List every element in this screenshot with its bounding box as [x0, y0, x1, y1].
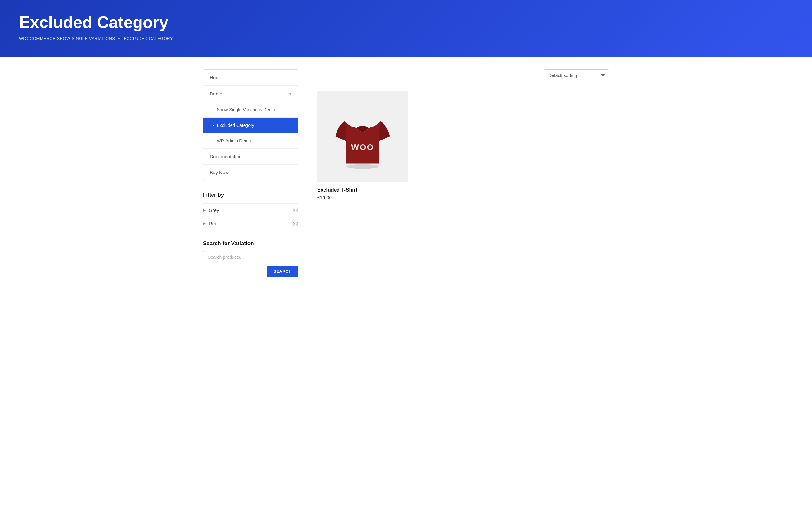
product-name: Excluded T-Shirt — [317, 187, 408, 193]
filter-section: Filter by ▶ Grey (6) ▶ Red (6) — [203, 192, 298, 230]
filter-arrow-red: ▶ — [203, 221, 205, 225]
filter-arrow-grey: ▶ — [203, 208, 205, 212]
main-container: Home Demo ▾ - Show Single Variations Dem… — [184, 57, 628, 296]
nav-item-demo-label: Demo — [210, 91, 222, 97]
search-section: Search for Variation SEARCH — [203, 240, 298, 277]
filter-label-red: Red — [209, 221, 218, 226]
filter-item-red[interactable]: ▶ Red (6) — [203, 217, 298, 230]
product-image-wrap: WOO — [317, 91, 408, 182]
svg-point-0 — [346, 164, 379, 169]
nav-item-documentation[interactable]: Documentation — [203, 149, 298, 165]
nav-item-home-label: Home — [210, 75, 222, 80]
nav-item-show-single-label: - Show Single Variations Demo — [213, 107, 275, 112]
filter-count-red: (6) — [293, 221, 298, 226]
filter-label-grey: Grey — [209, 207, 219, 213]
nav-item-wp-admin[interactable]: - WP-Admin Demo — [203, 133, 298, 149]
nav-item-excluded-label: - Excluded Category — [213, 123, 255, 128]
nav-item-wp-admin-label: - WP-Admin Demo — [213, 138, 251, 143]
search-input[interactable] — [203, 251, 298, 263]
chevron-down-icon: ▾ — [289, 91, 291, 97]
nav-menu: Home Demo ▾ - Show Single Variations Dem… — [203, 70, 298, 180]
breadcrumb-separator: » — [118, 36, 121, 41]
page-header: Excluded Category WOOCOMMERCE SHOW SINGL… — [0, 0, 812, 57]
toolbar: Default sorting Sort by popularity Sort … — [317, 70, 609, 82]
sidebar: Home Demo ▾ - Show Single Variations Dem… — [203, 70, 298, 283]
nav-item-excluded-category[interactable]: - Excluded Category — [203, 118, 298, 133]
filter-item-grey[interactable]: ▶ Grey (6) — [203, 203, 298, 217]
search-button[interactable]: SEARCH — [267, 266, 298, 277]
breadcrumb-link-home[interactable]: WOOCOMMERCE SHOW SINGLE VARIATIONS — [19, 36, 115, 41]
filter-title: Filter by — [203, 192, 298, 198]
sort-select[interactable]: Default sorting Sort by popularity Sort … — [543, 70, 609, 82]
search-title: Search for Variation — [203, 240, 298, 247]
svg-text:WOO: WOO — [351, 142, 374, 152]
nav-item-buy-now[interactable]: Buy Now — [203, 165, 298, 180]
nav-item-demo[interactable]: Demo ▾ — [203, 86, 298, 102]
nav-item-home[interactable]: Home — [203, 70, 298, 86]
nav-item-show-single[interactable]: - Show Single Variations Demo — [203, 102, 298, 118]
product-price: £10.00 — [317, 195, 408, 200]
product-grid: WOO Excluded T-Shirt £10.00 — [317, 91, 609, 200]
content-area: Default sorting Sort by popularity Sort … — [317, 70, 609, 283]
breadcrumb-current: EXCLUDED CATEGORY — [124, 36, 173, 41]
product-image: WOO — [327, 100, 399, 173]
product-card-excluded-tshirt[interactable]: WOO Excluded T-Shirt £10.00 — [317, 91, 408, 200]
nav-item-documentation-label: Documentation — [210, 154, 242, 159]
page-title: Excluded Category — [19, 13, 793, 32]
filter-count-grey: (6) — [293, 208, 298, 213]
breadcrumb: WOOCOMMERCE SHOW SINGLE VARIATIONS » EXC… — [19, 36, 793, 41]
nav-item-buy-now-label: Buy Now — [210, 170, 229, 175]
